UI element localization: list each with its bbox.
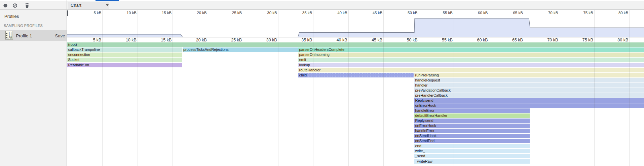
svg-text:%: % [9, 36, 12, 40]
